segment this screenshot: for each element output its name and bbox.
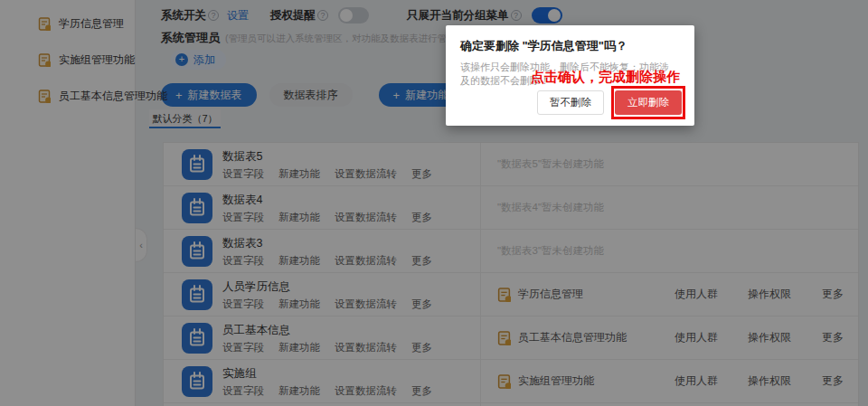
- delete-confirm-dialog: 确定要删除 "学历信息管理"吗？ 该操作只会删除功能，删除后不能恢复；功能涉及的…: [446, 25, 694, 126]
- dialog-title: 确定要删除 "学历信息管理"吗？: [460, 38, 680, 54]
- dialog-button-row: 暂不删除 立即删除: [537, 90, 682, 115]
- confirm-delete-button[interactable]: 立即删除: [615, 90, 682, 115]
- modal-mask[interactable]: [0, 0, 868, 406]
- tutorial-annotation-text: 点击确认，完成删除操作: [531, 69, 680, 86]
- cancel-delete-button[interactable]: 暂不删除: [537, 90, 604, 115]
